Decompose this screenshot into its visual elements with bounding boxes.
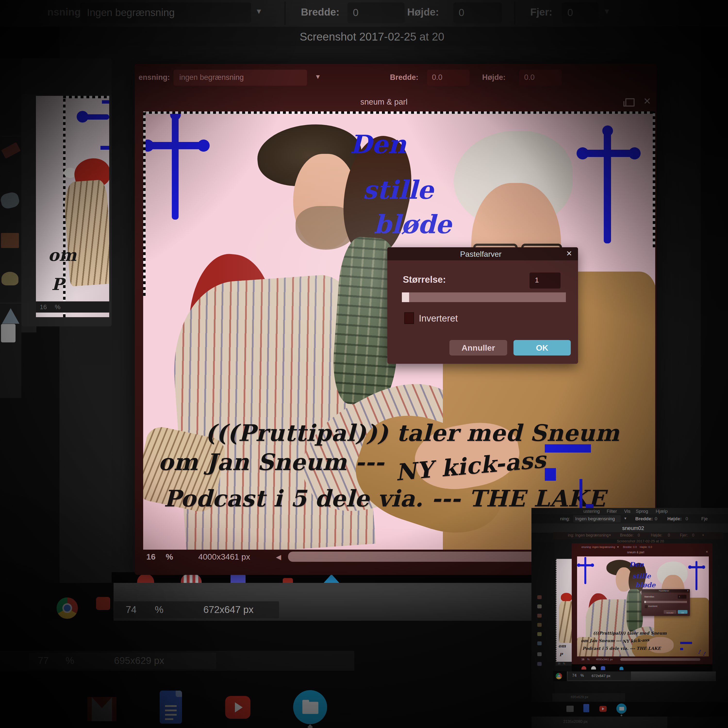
chrome-icon[interactable] [57,598,78,619]
swatch-square[interactable] [1,324,15,343]
mini-deep-knit [559,601,573,643]
dock-top-blue-triangle-icon [323,574,340,583]
mini-docs-icon [583,704,589,712]
mini-deep-column [531,542,555,728]
mini-dock-dot [601,666,605,670]
mini-ed-title: sneum & parl [627,551,644,554]
toolbar-separator [284,2,285,25]
dropdown-arrow-icon[interactable]: ▼ [315,73,321,81]
outer-constraint-dropdown[interactable]: Ingen begrænsning [80,2,251,23]
editor-constraint-dropdown[interactable]: ingen begrænsning [173,70,307,86]
editor-height-label: Højde: [482,73,505,82]
toolbox-strip [0,58,21,398]
outer-status-strip: 77 % 695x629 px [0,651,354,671]
mini-files-folder [619,707,624,711]
deep-word-p: P [52,274,64,294]
mini-menu-view[interactable]: Vis [624,509,630,514]
image-canvas[interactable]: Den stille bløde (((Pruttipal))) taler m… [143,112,655,550]
close-icon[interactable]: ✕ [643,96,651,107]
pastel-dialog-titlebar[interactable]: Pastelfarver ✕ [387,247,578,260]
mini-2135-dims: 2135x2080 px [563,719,588,724]
chalk-tool-icon[interactable] [2,272,18,285]
hand-tool-icon[interactable] [0,191,20,210]
outer-toolbar: nsning: Ingen begrænsning ▼ Bredde: 0 Hø… [0,0,728,27]
deep-zoom-percent: % [55,303,60,311]
deep-cross-dash [101,146,109,150]
deep-cross-bar [84,114,109,119]
dialog-close-icon[interactable]: ✕ [566,249,572,258]
dock-top-small-red-icon [283,578,293,583]
pastel-dialog-title: Pastelfarver [460,250,502,259]
editor-dimensions: 4000x3461 px [198,552,250,561]
mini-tool-icon [537,623,541,627]
mini-menubar: ustering Filter Vis Sprog Hjælp [531,508,728,514]
outer-status-bar: 77 % 695x629 px [29,653,216,669]
mini-strip2135: 2135x2080 px [531,717,667,728]
mini-screenshot-window: ustering Filter Vis Sprog Hjælp ning: In… [531,508,728,728]
ok-button[interactable]: OK [514,340,571,355]
mini-deep-om: om [558,643,566,648]
editor-height-field[interactable]: 0.0 [519,70,562,86]
deep-cross-dash [102,100,109,104]
mini-tb2-feather: Fjer: [680,533,688,537]
restore-icon[interactable] [626,98,635,107]
cancel-button[interactable]: Annuller [450,340,507,355]
gmail-left-bar [87,697,92,721]
files-icon[interactable] [293,690,327,724]
mini-ed-c-label: ensning: [581,546,592,548]
size-slider-handle[interactable] [402,292,409,302]
mini-tool-icon [537,641,541,645]
outer-width-field[interactable]: 0 [347,2,405,23]
mini-gmail-icon [566,706,574,712]
dropdown-arrow-icon[interactable]: ▼ [255,7,263,15]
editor-constraint-value: ingen begrænsning [179,73,244,82]
mini-menu-adjust[interactable]: ustering [583,509,600,514]
mini-chrome-patch [553,671,567,681]
youtube-icon[interactable] [225,696,251,719]
outer-feather-field[interactable]: 0 [562,2,598,23]
mini-status-dims: 4000x3461 px [596,658,613,661]
mini-tool-icon [537,632,541,636]
text-tool-icon[interactable] [2,308,20,324]
mini-menu-filter[interactable]: Filter [607,509,617,514]
mini-status-percent: % [587,658,590,661]
pencil-tool-icon[interactable] [1,142,21,159]
scroll-left-icon[interactable]: ◀ [276,553,281,561]
mini-tb2-arrow: ▼ [609,534,611,537]
mini-tool-icon [537,595,541,599]
mini-menu-language[interactable]: Sprog [636,509,648,514]
mini-chrome-center [558,675,560,678]
outer-zoom-percent: % [66,655,74,666]
editor-width-label: Bredde: [390,73,418,82]
mini-screenshot-title: Screenshot 2017-02-25 at 20 [617,539,664,543]
stamp-tool-icon[interactable] [1,233,19,248]
dropdown-arrow-icon[interactable]: ▼ [603,7,610,15]
size-slider[interactable] [402,292,566,302]
mini-feather-label: Fje [701,516,708,522]
mini-menu-help[interactable]: Hjælp [656,509,668,514]
mini-deep-percent: % [563,662,565,665]
google-docs-icon[interactable] [160,691,182,723]
inverted-checkbox[interactable] [404,312,414,324]
size-field[interactable]: 1 [529,272,561,289]
mini-tb2-width: Bredde: [620,533,633,537]
outer-title-strip: Screenshot 2017-02-25 at 20 [61,27,597,46]
middle-dock-patch [41,583,113,621]
mini-files-icon [616,704,627,714]
selection-ants-left [143,112,145,296]
outer-dimensions: 695x629 px [114,655,164,666]
mini-titlebar[interactable]: sneum02 [531,523,728,533]
inverted-label: Inverteret [419,313,458,324]
mini-constraint-dropdown[interactable]: Ingen begrænsning [573,515,621,523]
outer-zoom-value: 77 [38,655,49,666]
outer-height-field[interactable]: 0 [453,2,502,23]
editor-width-field[interactable]: 0.0 [427,70,470,86]
gmail-icon[interactable] [87,697,116,721]
mini-height-label: Højde: [667,516,682,522]
toolbox-separator [0,303,21,303]
toolbox-separator [0,136,21,136]
size-label: Størrelse: [403,274,446,285]
screenshot-root: nsning: Ingen begrænsning ▼ Bredde: 0 Hø… [0,0,728,728]
editor-window: ensning: ingen begrænsning ▼ Bredde: 0.0… [135,64,656,575]
mini-canvas-vignette [577,557,709,656]
